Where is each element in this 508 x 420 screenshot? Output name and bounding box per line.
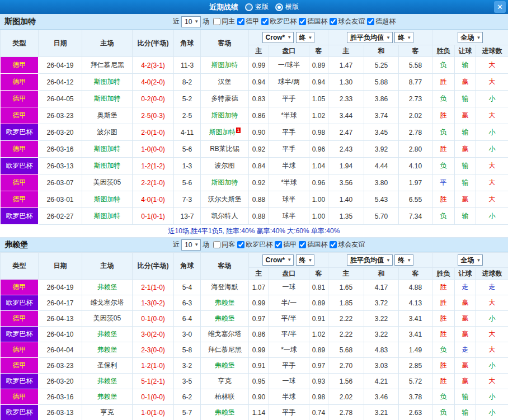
filter-checkbox-5[interactable]: 德超杯 bbox=[367, 17, 396, 26]
euro-draw-odds: 3.22 bbox=[364, 311, 399, 327]
final-euro-dropdown[interactable]: 终▼ bbox=[394, 254, 413, 266]
away-team[interactable]: 斯图加特 bbox=[201, 107, 249, 124]
result-cell: 负 bbox=[432, 158, 455, 174]
section-header: 斯图加特 近 10▼ 场 同主德甲欧罗巴杯德国杯球会友谊德超杯 bbox=[0, 14, 508, 30]
away-team[interactable]: RB莱比锡 bbox=[201, 141, 249, 158]
away-team[interactable]: 多特蒙德 bbox=[201, 91, 249, 107]
euro-away-odds: 7.34 bbox=[399, 208, 432, 225]
away-team[interactable]: 波尔图 bbox=[201, 158, 249, 174]
odds-mean-dropdown[interactable]: 胜平负均值▼ bbox=[347, 32, 393, 43]
checkbox-input[interactable] bbox=[261, 18, 269, 25]
home-team[interactable]: 圣保利 bbox=[82, 358, 133, 374]
asian-handicap: 球半 bbox=[269, 208, 309, 225]
team-label: 弗赖堡 bbox=[97, 283, 117, 291]
odds-mean-dropdown[interactable]: 胜平负均值▼ bbox=[347, 254, 393, 266]
dropdown-value: 终 bbox=[299, 256, 306, 265]
home-team[interactable]: 拜仁慕尼黑 bbox=[82, 57, 133, 74]
home-team[interactable]: 维戈塞尔塔 bbox=[82, 295, 133, 311]
checkbox-input[interactable] bbox=[299, 241, 306, 248]
away-team[interactable]: 弗赖堡 bbox=[201, 358, 249, 374]
away-team[interactable]: 沃尔夫斯堡 bbox=[201, 191, 249, 208]
home-team[interactable]: 奥斯堡 bbox=[82, 107, 133, 124]
dropdown-value: 终 bbox=[398, 33, 404, 43]
home-team[interactable]: 斯图加特 bbox=[82, 74, 133, 91]
away-team[interactable]: 拜仁慕尼黑 bbox=[201, 342, 249, 358]
home-team[interactable]: 弗赖堡 bbox=[82, 280, 133, 295]
away-team[interactable]: 海登海默 bbox=[201, 280, 249, 295]
team-label: 斯图加特 bbox=[94, 95, 121, 102]
fullmatch-dropdown[interactable]: 全场▼ bbox=[458, 254, 483, 266]
checkbox-input[interactable] bbox=[367, 18, 374, 25]
away-team[interactable]: 弗赖堡 bbox=[201, 295, 249, 311]
filter-checkbox-0[interactable]: 同主 bbox=[213, 17, 235, 26]
bookmaker-dropdown[interactable]: Crow*▼ bbox=[262, 32, 294, 43]
checkbox-input[interactable] bbox=[330, 18, 337, 25]
team-label: 维戈塞尔塔 bbox=[208, 330, 242, 338]
home-team[interactable]: 弗赖堡 bbox=[82, 327, 133, 342]
filter-checkbox-3[interactable]: 德国杯 bbox=[299, 17, 327, 26]
away-team[interactable]: 弗赖堡 bbox=[201, 311, 249, 327]
euro-draw-odds: 3.46 bbox=[364, 389, 399, 405]
team-label: 凯尔特人 bbox=[211, 212, 238, 220]
subcol-header: 客 bbox=[309, 45, 328, 57]
goals-cell: 小 bbox=[476, 124, 508, 141]
home-team[interactable]: 美因茨05 bbox=[82, 311, 133, 327]
checkbox-input[interactable] bbox=[213, 18, 220, 25]
filter-checkbox-1[interactable]: 德甲 bbox=[237, 17, 259, 26]
filter-checkbox-4[interactable]: 球会友谊 bbox=[330, 17, 365, 26]
league-badge: 德甲 bbox=[1, 311, 39, 327]
result-cell: 胜 bbox=[432, 358, 455, 374]
home-team[interactable]: 美因茨05 bbox=[82, 174, 133, 191]
away-team[interactable]: 凯尔特人 bbox=[201, 208, 249, 225]
dropdown-value: 胜平负均值 bbox=[350, 256, 384, 265]
home-team[interactable]: 斯图加特 bbox=[82, 141, 133, 158]
match-count-dropdown[interactable]: 10▼ bbox=[181, 16, 201, 27]
window-title: 近期战绩 bbox=[209, 2, 238, 12]
chevron-down-icon: ▼ bbox=[407, 258, 411, 263]
checkbox-input[interactable] bbox=[237, 241, 244, 248]
home-team[interactable]: 斯图加特 bbox=[82, 208, 133, 225]
asian-away-odds: 0.98 bbox=[309, 124, 328, 141]
filter-checkbox-2[interactable]: 德甲 bbox=[275, 240, 297, 249]
away-team[interactable]: 斯图加特1 bbox=[201, 124, 249, 141]
home-team[interactable]: 弗赖堡 bbox=[82, 389, 133, 405]
checkbox-input[interactable] bbox=[237, 18, 244, 25]
home-team[interactable]: 斯图加特 bbox=[82, 91, 133, 107]
away-team[interactable]: 维戈塞尔塔 bbox=[201, 327, 249, 342]
bookmaker-dropdown[interactable]: Crow*▼ bbox=[262, 254, 294, 266]
home-team[interactable]: 斯图加特 bbox=[82, 191, 133, 208]
final-odds-dropdown[interactable]: 终▼ bbox=[296, 254, 315, 266]
filter-checkbox-1[interactable]: 欧罗巴杯 bbox=[237, 240, 272, 249]
team-label: 弗赖堡 bbox=[97, 377, 117, 385]
subcol-header: 盘口 bbox=[269, 45, 309, 57]
fullmatch-dropdown[interactable]: 全场▼ bbox=[458, 32, 483, 43]
filter-checkbox-3[interactable]: 德国杯 bbox=[299, 240, 327, 249]
radio-horizontal-layout[interactable]: 横版 bbox=[275, 2, 299, 12]
home-team[interactable]: 亨克 bbox=[82, 405, 133, 420]
radio-vertical-layout[interactable]: 竖版 bbox=[245, 2, 269, 12]
checkbox-label: 德甲 bbox=[246, 17, 259, 26]
checkbox-input[interactable] bbox=[299, 18, 306, 25]
away-team[interactable]: 斯图加特 bbox=[201, 174, 249, 191]
away-team[interactable]: 柏林联 bbox=[201, 389, 249, 405]
away-team[interactable]: 汉堡 bbox=[201, 74, 249, 91]
home-team[interactable]: 斯图加特 bbox=[82, 158, 133, 174]
home-team[interactable]: 波尔图 bbox=[82, 124, 133, 141]
checkbox-input[interactable] bbox=[275, 241, 282, 248]
match-count-dropdown[interactable]: 10▼ bbox=[181, 239, 201, 251]
away-team[interactable]: 斯图加特 bbox=[201, 57, 249, 74]
close-icon[interactable]: ✕ bbox=[494, 1, 506, 13]
filter-checkbox-2[interactable]: 欧罗巴杯 bbox=[261, 17, 297, 26]
final-euro-dropdown[interactable]: 终▼ bbox=[394, 32, 413, 43]
summary-line: 近10场,胜4平1负5, 胜率:40% 赢率:40% 大:60% 单率:40% bbox=[0, 225, 508, 238]
goals-cell: 小 bbox=[476, 389, 508, 405]
checkbox-input[interactable] bbox=[213, 241, 220, 248]
checkbox-input[interactable] bbox=[330, 241, 337, 248]
final-odds-dropdown[interactable]: 终▼ bbox=[296, 32, 315, 43]
away-team[interactable]: 亨克 bbox=[201, 374, 249, 389]
home-team[interactable]: 弗赖堡 bbox=[82, 342, 133, 358]
home-team[interactable]: 弗赖堡 bbox=[82, 374, 133, 389]
filter-checkbox-4[interactable]: 球会友谊 bbox=[330, 240, 365, 249]
filter-checkbox-0[interactable]: 同客 bbox=[213, 240, 235, 249]
away-team[interactable]: 弗赖堡 bbox=[201, 405, 249, 420]
